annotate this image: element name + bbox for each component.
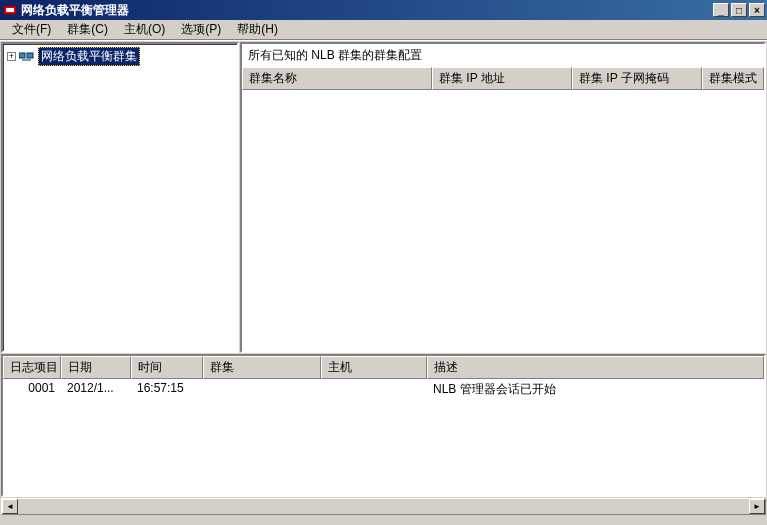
window-title: 网络负载平衡管理器: [21, 2, 713, 19]
log-body: 0001 2012/1... 16:57:15 NLB 管理器会话已开始: [3, 379, 764, 495]
scroll-right-icon[interactable]: ►: [749, 499, 765, 514]
app-icon: [2, 2, 18, 18]
cluster-root-icon: [19, 51, 35, 63]
col-log-desc[interactable]: 描述: [427, 356, 764, 379]
titlebar: 网络负载平衡管理器 _ □ ×: [0, 0, 767, 20]
svg-rect-3: [27, 53, 33, 58]
cluster-grid-body: [242, 90, 764, 351]
svg-rect-1: [6, 8, 14, 12]
log-cell-cluster: [203, 381, 321, 398]
svg-rect-2: [19, 53, 25, 58]
menubar: 文件(F) 群集(C) 主机(O) 选项(P) 帮助(H): [0, 20, 767, 40]
log-header: 日志项目 日期 时间 群集 主机 描述: [3, 356, 764, 379]
h-scrollbar[interactable]: ◄ ►: [1, 498, 766, 515]
log-pane: 日志项目 日期 时间 群集 主机 描述 0001 2012/1... 16:57…: [1, 354, 766, 497]
col-cluster-mask[interactable]: 群集 IP 子网掩码: [572, 67, 702, 90]
maximize-button[interactable]: □: [731, 3, 747, 17]
col-log-time[interactable]: 时间: [131, 356, 203, 379]
col-log-cluster[interactable]: 群集: [203, 356, 321, 379]
log-cell-desc: NLB 管理器会话已开始: [427, 381, 764, 398]
col-log-item[interactable]: 日志项目: [3, 356, 61, 379]
details-pane: 所有已知的 NLB 群集的群集配置 群集名称 群集 IP 地址 群集 IP 子网…: [240, 42, 766, 353]
menu-cluster[interactable]: 群集(C): [59, 19, 116, 40]
minimize-button[interactable]: _: [713, 3, 729, 17]
details-header: 所有已知的 NLB 群集的群集配置: [242, 44, 764, 67]
log-cell-host: [321, 381, 427, 398]
col-cluster-name[interactable]: 群集名称: [242, 67, 432, 90]
col-log-date[interactable]: 日期: [61, 356, 131, 379]
cluster-grid-header: 群集名称 群集 IP 地址 群集 IP 子网掩码 群集模式: [242, 67, 764, 90]
log-cell-date: 2012/1...: [61, 381, 131, 398]
expand-icon[interactable]: +: [7, 52, 16, 61]
menu-options[interactable]: 选项(P): [173, 19, 229, 40]
log-cell-time: 16:57:15: [131, 381, 203, 398]
col-cluster-mode[interactable]: 群集模式: [702, 67, 764, 90]
menu-help[interactable]: 帮助(H): [229, 19, 286, 40]
col-cluster-ip[interactable]: 群集 IP 地址: [432, 67, 572, 90]
close-button[interactable]: ×: [749, 3, 765, 17]
log-row[interactable]: 0001 2012/1... 16:57:15 NLB 管理器会话已开始: [3, 379, 764, 400]
scroll-left-icon[interactable]: ◄: [2, 499, 18, 514]
tree-pane: + 网络负载平衡群集: [1, 42, 239, 353]
col-log-host[interactable]: 主机: [321, 356, 427, 379]
window-controls: _ □ ×: [713, 3, 765, 17]
menu-file[interactable]: 文件(F): [4, 19, 59, 40]
log-cell-item: 0001: [3, 381, 61, 398]
workarea: + 网络负载平衡群集 所有已知的 NLB 群集的群集配置 群集名称 群集 IP …: [0, 40, 767, 352]
menu-host[interactable]: 主机(O): [116, 19, 173, 40]
tree-root-row[interactable]: + 网络负载平衡群集: [5, 46, 235, 67]
tree-root-label: 网络负载平衡群集: [38, 47, 140, 66]
